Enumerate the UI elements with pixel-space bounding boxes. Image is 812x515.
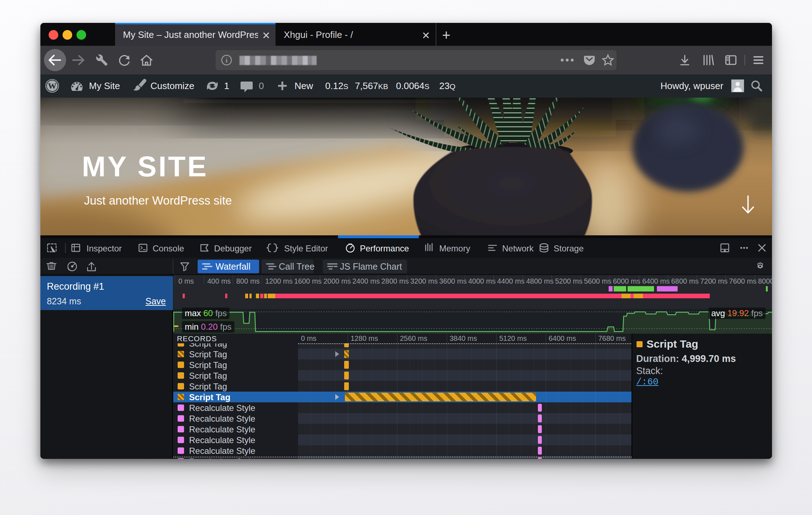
svg-text:W: W [48,81,56,90]
